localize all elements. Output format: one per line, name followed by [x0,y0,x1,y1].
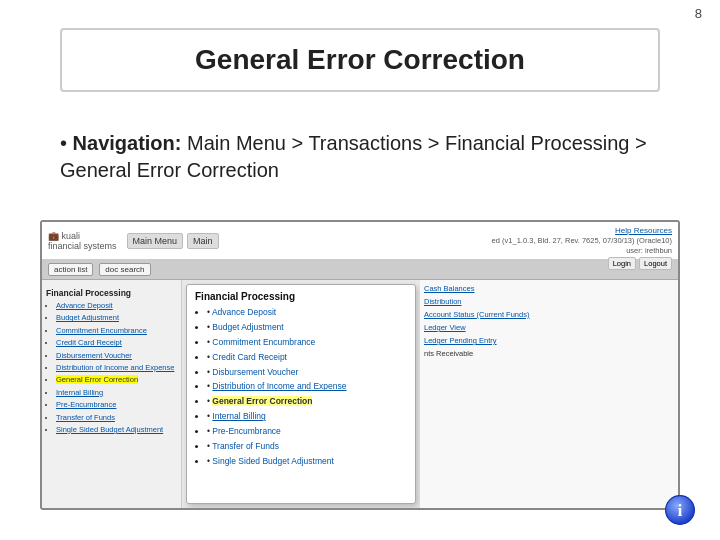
dropdown-menu: • Advance Deposit • Budget Adjustment • … [195,307,407,468]
list-item: Internal Billing [56,388,177,398]
ledger-pending-link[interactable]: Ledger Pending Entry [424,336,497,345]
sidebar-link-distribution[interactable]: Distribution of Income and Expense [56,363,174,372]
list-item: • Advance Deposit [207,307,407,319]
right-sidebar: Cash Balances Distribution Account Statu… [420,280,678,508]
main-menu-button[interactable]: Main Menu [127,233,184,249]
sidebar-link-budget-adjustment[interactable]: Budget Adjustment [56,313,119,322]
kuali-logo-sub: financial systems [48,241,117,251]
list-item: Credit Card Receipt [56,338,177,348]
list-item: • Disbursement Voucher [207,367,407,379]
right-ledger-pending: Ledger Pending Entry [424,336,674,345]
dd-distribution[interactable]: Distribution of Income and Expense [212,381,346,391]
list-item: Distribution of Income and Expense [56,363,177,373]
bottom-decorative-icon: i [664,494,696,526]
dd-disbursement-voucher[interactable]: Disbursement Voucher [212,367,298,377]
right-distribution: Distribution [424,297,674,306]
action-list-button[interactable]: action list [48,263,93,276]
list-item: Disbursement Voucher [56,351,177,361]
list-item: Budget Adjustment [56,313,177,323]
title-box: General Error Correction [60,28,660,92]
list-item: • Credit Card Receipt [207,352,407,364]
list-item: Commitment Encumbrance [56,326,177,336]
sidebar-section-title: Financial Processing [46,288,177,298]
kuali-logo-text: 💼 kuali [48,231,117,241]
login-button[interactable]: Login [608,257,636,270]
kuali-topbar-nav: Main Menu Main [127,233,219,249]
dd-pre-encumbrance[interactable]: Pre-Encumbrance [212,426,281,436]
dd-credit-card-receipt[interactable]: Credit Card Receipt [212,352,287,362]
list-item: • Commitment Encumbrance [207,337,407,349]
kuali-topbar: 💼 kuali financial systems Main Menu Main… [42,222,678,260]
login-info: ed (v1_1.0.3, Bld. 27, Rev. 7625, 07/30/… [492,236,672,245]
info-circle-icon: i [664,494,696,526]
list-item: • Transfer of Funds [207,441,407,453]
list-item: • General Error Correction [207,396,407,408]
dd-internal-billing[interactable]: Internal Billing [212,411,265,421]
sidebar-link-disbursement-voucher[interactable]: Disbursement Voucher [56,351,132,360]
sidebar-link-advance-deposit[interactable]: Advance Deposit [56,301,113,310]
sidebar-link-pre-encumbrance[interactable]: Pre-Encumbrance [56,400,116,409]
dd-commitment-encumbrance[interactable]: Commitment Encumbrance [212,337,315,347]
account-status-link[interactable]: Account Status (Current Funds) [424,310,529,319]
ledger-view-link[interactable]: Ledger View [424,323,466,332]
sidebar-link-transfer-of-funds[interactable]: Transfer of Funds [56,413,115,422]
list-item: • Pre-Encumbrance [207,426,407,438]
sidebar-link-general-error-correction[interactable]: General Error Correction [56,375,138,384]
sidebar-link-commitment-encumbrance[interactable]: Commitment Encumbrance [56,326,147,335]
dropdown-panel: Financial Processing • Advance Deposit •… [186,284,416,504]
accounts-receivable-text: nts Receivable [424,349,473,358]
dd-transfer-of-funds[interactable]: Transfer of Funds [212,441,279,451]
dd-advance-deposit[interactable]: Advance Deposit [212,307,276,317]
left-sidebar: Financial Processing Advance Deposit Bud… [42,280,182,508]
kuali-logo: 💼 kuali financial systems [48,231,117,251]
slide-number: 8 [695,6,702,21]
right-ledger-view: Ledger View [424,323,674,332]
svg-text:i: i [678,500,683,520]
right-cash-balances: Cash Balances [424,284,674,293]
sidebar-link-single-sided[interactable]: Single Sided Budget Adjustment [56,425,163,434]
right-account-status: Account Status (Current Funds) [424,310,674,319]
doc-search-button[interactable]: doc search [99,263,150,276]
dd-single-sided[interactable]: Single Sided Budget Adjustment [212,456,333,466]
main-content: Financial Processing Advance Deposit Bud… [42,280,678,508]
list-item: Single Sided Budget Adjustment [56,425,177,435]
list-item: • Distribution of Income and Expense [207,381,407,393]
sidebar-link-credit-card-receipt[interactable]: Credit Card Receipt [56,338,122,347]
list-item: Transfer of Funds [56,413,177,423]
logout-button[interactable]: Logout [639,257,672,270]
list-item: Advance Deposit [56,301,177,311]
help-resources-link[interactable]: Help Resources [615,226,672,235]
sidebar-menu: Advance Deposit Budget Adjustment Commit… [46,301,177,435]
list-item: • Budget Adjustment [207,322,407,334]
navigation-text: • Navigation: Main Menu > Transactions >… [60,130,660,184]
panel-title: Financial Processing [195,291,407,302]
cash-balances-link[interactable]: Cash Balances [424,284,474,293]
user-label: user: irethbun [492,246,672,255]
kuali-topbar-right: Help Resources ed (v1_1.0.3, Bld. 27, Re… [492,226,672,270]
dd-budget-adjustment[interactable]: Budget Adjustment [212,322,283,332]
list-item: Pre-Encumbrance [56,400,177,410]
sidebar-link-internal-billing[interactable]: Internal Billing [56,388,103,397]
screenshot-container: 💼 kuali financial systems Main Menu Main… [40,220,680,510]
dd-general-error-correction[interactable]: General Error Correction [212,396,312,406]
list-item: General Error Correction [56,375,177,385]
right-accounts-receivable: nts Receivable [424,349,674,358]
distribution-link[interactable]: Distribution [424,297,462,306]
list-item: • Internal Billing [207,411,407,423]
slide-title: General Error Correction [92,44,628,76]
main-nav-button[interactable]: Main [187,233,219,249]
nav-label: Navigation: [73,132,182,154]
list-item: • Single Sided Budget Adjustment [207,456,407,468]
